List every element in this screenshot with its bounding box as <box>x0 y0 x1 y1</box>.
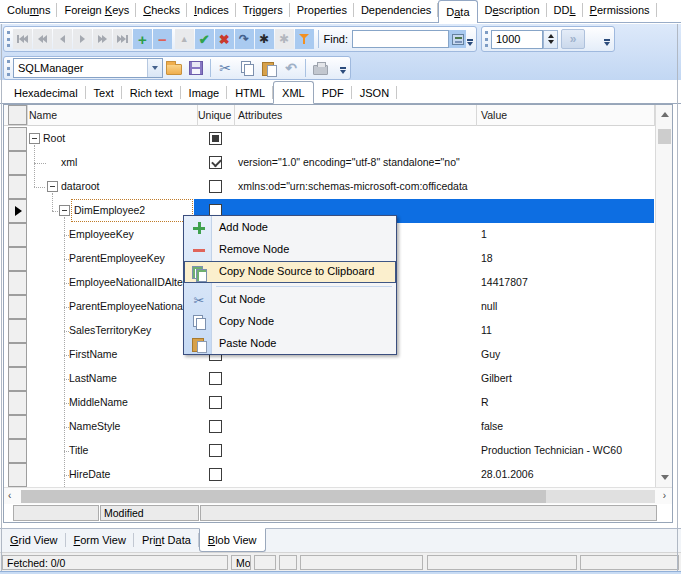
toolbar-overflow-button[interactable] <box>338 63 348 77</box>
column-header-value[interactable]: Value <box>481 109 507 121</box>
next-record-button[interactable] <box>73 29 92 49</box>
scroll-up-icon[interactable] <box>661 112 669 117</box>
view-tab-form-view[interactable]: Form View <box>66 529 134 551</box>
node-name: NameStyle <box>69 420 120 432</box>
tree-row-title[interactable]: TitleProduction Technician - WC60 <box>4 439 654 463</box>
unique-checkbox[interactable] <box>209 396 222 409</box>
post-edit-button[interactable]: ✔ <box>195 29 214 49</box>
vertical-scrollbar[interactable] <box>655 105 672 487</box>
edit-record-button[interactable]: ▲ <box>175 29 194 49</box>
insert-record-button[interactable]: + <box>133 29 152 49</box>
column-header-name[interactable]: Name <box>29 109 57 121</box>
horizontal-scrollbar[interactable]: ‹ › <box>4 487 672 504</box>
cut-button[interactable]: ✂ <box>214 58 236 78</box>
undo-button[interactable]: ↶ <box>280 58 302 78</box>
menu-item-cut-node[interactable]: ✂Cut Node <box>185 289 395 311</box>
save-to-file-button[interactable] <box>185 58 207 78</box>
menu-item-paste-node[interactable]: Paste Node <box>185 333 395 355</box>
prior-record-button[interactable] <box>53 29 72 49</box>
view-tab-grid-view[interactable]: Grid View <box>2 529 66 551</box>
toolbar-overflow-button[interactable] <box>602 35 612 49</box>
unique-checkbox[interactable] <box>209 156 222 169</box>
combobox-dropdown-button[interactable] <box>147 59 162 77</box>
record-limit-spinner[interactable] <box>543 30 558 49</box>
scroll-down-icon[interactable] <box>661 475 669 480</box>
set-bookmark-button[interactable]: ✱ <box>255 29 274 49</box>
format-tab-pdf[interactable]: PDF <box>314 83 352 103</box>
prior-page-button[interactable] <box>33 29 52 49</box>
cut-node-icon: ✂ <box>192 293 206 307</box>
cancel-edit-button[interactable]: ✖ <box>215 29 234 49</box>
column-header-unique[interactable]: Unique <box>198 109 231 121</box>
node-attributes: xmlns:od="urn:schemas-microsoft-com:offi… <box>238 180 475 192</box>
blob-status-cell <box>13 505 99 521</box>
load-from-file-button[interactable] <box>163 58 185 78</box>
toolbar-overflow-button[interactable] <box>466 35 474 49</box>
tab-checks[interactable]: Checks <box>136 0 187 22</box>
menu-item-copy-node-source-to-clipboard[interactable]: Copy Node Source to Clipboard <box>184 261 396 283</box>
format-tab-text[interactable]: Text <box>86 83 122 103</box>
scroll-left-icon[interactable]: ‹ <box>8 490 11 501</box>
status-cell <box>300 555 423 570</box>
tab-properties[interactable]: Properties <box>290 0 354 22</box>
unique-checkbox[interactable] <box>209 420 222 433</box>
find-input[interactable] <box>352 30 449 48</box>
menu-item-add-node[interactable]: Add Node <box>185 217 395 239</box>
column-header-attributes[interactable]: Attributes <box>238 109 282 121</box>
node-value: 1 <box>481 228 651 240</box>
first-record-button[interactable] <box>13 29 32 49</box>
scroll-right-icon[interactable]: › <box>663 490 666 501</box>
format-tab-html[interactable]: HTML <box>227 83 273 103</box>
goto-bookmark-button[interactable]: ✱ <box>275 29 294 49</box>
unique-checkbox[interactable] <box>209 132 222 145</box>
unique-checkbox[interactable] <box>209 180 222 193</box>
find-options-button[interactable] <box>449 30 466 48</box>
blob-format-tab-bar: HexadecimalTextRich textImageHTMLXMLPDFJ… <box>0 80 681 104</box>
tab-columns[interactable]: Columns <box>0 0 57 22</box>
tree-row-root[interactable]: Root <box>4 127 654 151</box>
header-indicator-cell <box>8 105 27 125</box>
view-tab-blob-view[interactable]: Blob View <box>199 528 266 552</box>
tree-row-middlename[interactable]: MiddleNameR <box>4 391 654 415</box>
view-tab-print-data[interactable]: Print Data <box>134 529 199 551</box>
next-page-button[interactable] <box>93 29 112 49</box>
tab-foreign-keys[interactable]: Foreign Keys <box>57 0 136 22</box>
paste-button[interactable] <box>258 58 280 78</box>
delete-record-button[interactable]: − <box>153 29 172 49</box>
node-value: Production Technician - WC60 <box>481 444 651 456</box>
vertical-scroll-thumb[interactable] <box>658 129 671 144</box>
unique-checkbox[interactable] <box>209 372 222 385</box>
tab-data[interactable]: Data <box>438 0 477 23</box>
load-all-button[interactable]: » <box>561 29 585 49</box>
tab-triggers[interactable]: Triggers <box>236 0 290 22</box>
format-tab-rich-text[interactable]: Rich text <box>122 83 181 103</box>
horizontal-scroll-thumb[interactable] <box>21 490 546 503</box>
tab-description[interactable]: Description <box>478 0 547 22</box>
charset-combobox[interactable]: SQLManager <box>13 58 163 78</box>
format-tab-image[interactable]: Image <box>181 83 228 103</box>
format-tab-hexadecimal[interactable]: Hexadecimal <box>6 83 86 103</box>
tree-row-lastname[interactable]: LastNameGilbert <box>4 367 654 391</box>
record-limit-input[interactable]: 1000 <box>491 30 543 49</box>
refresh-button[interactable]: ↷ <box>235 29 254 49</box>
print-button[interactable] <box>309 58 331 78</box>
format-tab-xml[interactable]: XML <box>273 81 314 104</box>
tree-row-dataroot[interactable]: datarootxmlns:od="urn:schemas-microsoft-… <box>4 175 654 199</box>
tab-ddl[interactable]: DDL <box>547 0 583 22</box>
unique-checkbox[interactable] <box>209 444 222 457</box>
last-record-button[interactable] <box>113 29 132 49</box>
format-tab-json[interactable]: JSON <box>352 83 397 103</box>
tab-indices[interactable]: Indices <box>187 0 236 22</box>
copy-button[interactable] <box>236 58 258 78</box>
filter-button[interactable] <box>295 29 314 49</box>
tree-row-hiredate[interactable]: HireDate28.01.2006 <box>4 463 654 487</box>
menu-item-remove-node[interactable]: Remove Node <box>185 239 395 261</box>
blob-editor-toolbar: SQLManager✂↶ <box>3 56 351 80</box>
tab-dependencies[interactable]: Dependencies <box>354 0 438 22</box>
menu-item-copy-node[interactable]: Copy Node <box>185 311 395 333</box>
unique-checkbox[interactable] <box>209 468 222 481</box>
tree-row-xml[interactable]: xmlversion="1.0" encoding="utf-8" standa… <box>4 151 654 175</box>
window-left-edge <box>1 24 2 571</box>
tab-permissions[interactable]: Permissions <box>583 0 657 22</box>
tree-row-namestyle[interactable]: NameStylefalse <box>4 415 654 439</box>
